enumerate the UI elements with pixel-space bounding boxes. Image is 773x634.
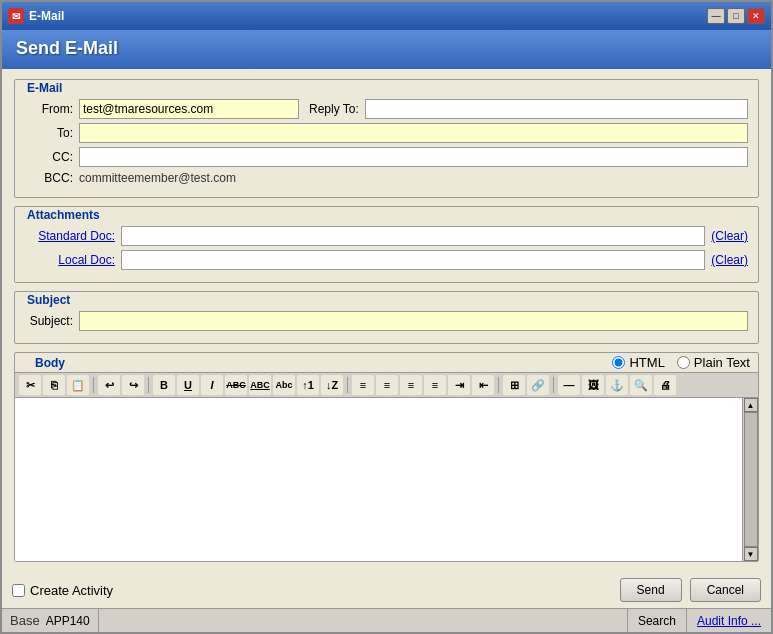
email-group-content: From: Reply To: To: CC: xyxy=(15,95,758,197)
create-activity-label: Create Activity xyxy=(30,583,113,598)
close-button[interactable]: ✕ xyxy=(747,8,765,24)
header-bar: Send E-Mail xyxy=(2,30,771,69)
cc-input[interactable] xyxy=(79,147,748,167)
paste-button[interactable]: 📋 xyxy=(67,375,89,395)
sort-desc-button[interactable]: ↓Z xyxy=(321,375,343,395)
content-area: E-Mail From: Reply To: To: xyxy=(2,69,771,572)
window-title: E-Mail xyxy=(29,9,707,23)
title-bar: ✉ E-Mail — □ ✕ xyxy=(2,2,771,30)
editor-toolbar: ✂ ⎘ 📋 ↩ ↪ B U I ABC ABC Abc ↑1 ↓Z ≡ ≡ ≡ … xyxy=(15,372,758,398)
minimize-button[interactable]: — xyxy=(707,8,725,24)
plain-text-radio[interactable] xyxy=(677,356,690,369)
redo-button[interactable]: ↪ xyxy=(122,375,144,395)
from-input[interactable] xyxy=(79,99,299,119)
body-group: Body HTML Plain Text ✂ ⎘ 📋 xyxy=(14,352,759,562)
indent-button[interactable]: ⇥ xyxy=(448,375,470,395)
standard-clear-link[interactable]: (Clear) xyxy=(711,229,748,243)
status-base-section: Base APP140 xyxy=(2,609,99,632)
html-option: HTML xyxy=(612,355,664,370)
window-icon: ✉ xyxy=(8,8,24,24)
send-button[interactable]: Send xyxy=(620,578,682,602)
local-clear-link[interactable]: (Clear) xyxy=(711,253,748,267)
standard-doc-link[interactable]: Standard Doc: xyxy=(25,229,115,243)
outdent-button[interactable]: ⇤ xyxy=(472,375,494,395)
align-right-button[interactable]: ≡ xyxy=(400,375,422,395)
create-activity-group: Create Activity xyxy=(12,583,113,598)
base-label: Base xyxy=(10,613,40,628)
reply-to-input[interactable] xyxy=(365,99,748,119)
to-input[interactable] xyxy=(79,123,748,143)
sort-asc-button[interactable]: ↑1 xyxy=(297,375,319,395)
align-left-button[interactable]: ≡ xyxy=(352,375,374,395)
bcc-value: committeemember@test.com xyxy=(79,171,236,185)
anchor-button[interactable]: ⚓ xyxy=(606,375,628,395)
strikethrough-button[interactable]: ABC xyxy=(225,375,247,395)
print-button[interactable]: 🖨 xyxy=(654,375,676,395)
html-radio[interactable] xyxy=(612,356,625,369)
attachments-group: Attachments Standard Doc: (Clear) Local … xyxy=(14,206,759,283)
subject-group-title: Subject xyxy=(23,293,74,307)
editor-container xyxy=(15,398,742,561)
local-doc-row: Local Doc: (Clear) xyxy=(25,250,748,270)
bold-button[interactable]: B xyxy=(153,375,175,395)
subject-row: Subject: xyxy=(25,311,748,331)
audit-info-link[interactable]: Audit Info ... xyxy=(686,609,771,632)
sep1 xyxy=(93,377,94,393)
from-row: From: Reply To: xyxy=(25,99,748,119)
align-justify-button[interactable]: ≡ xyxy=(424,375,446,395)
window-controls: — □ ✕ xyxy=(707,8,765,24)
local-doc-input[interactable] xyxy=(121,250,705,270)
underline-button[interactable]: U xyxy=(177,375,199,395)
scroll-up-button[interactable]: ▲ xyxy=(744,398,758,412)
align-center-button[interactable]: ≡ xyxy=(376,375,398,395)
standard-doc-input[interactable] xyxy=(121,226,705,246)
sep4 xyxy=(498,377,499,393)
find-button[interactable]: 🔍 xyxy=(630,375,652,395)
status-bar: Base APP140 Search Audit Info ... xyxy=(2,608,771,632)
base-value: APP140 xyxy=(46,614,90,628)
subject-group-content: Subject: xyxy=(15,307,758,343)
copy-button[interactable]: ⎘ xyxy=(43,375,65,395)
subject-input[interactable] xyxy=(79,311,748,331)
cut-button[interactable]: ✂ xyxy=(19,375,41,395)
to-label: To: xyxy=(25,126,73,140)
image-button[interactable]: 🖼 xyxy=(582,375,604,395)
sep5 xyxy=(553,377,554,393)
sep3 xyxy=(347,377,348,393)
main-window: ✉ E-Mail — □ ✕ Send E-Mail E-Mail From: … xyxy=(0,0,773,634)
attachments-group-title: Attachments xyxy=(23,208,104,222)
from-label: From: xyxy=(25,102,73,116)
local-doc-link[interactable]: Local Doc: xyxy=(25,253,115,267)
italic-button[interactable]: I xyxy=(201,375,223,395)
link-button[interactable]: 🔗 xyxy=(527,375,549,395)
body-header: Body HTML Plain Text xyxy=(15,353,758,372)
scroll-bar: ▲ ▼ xyxy=(742,398,758,561)
scroll-thumb[interactable] xyxy=(744,412,758,547)
create-activity-checkbox[interactable] xyxy=(12,584,25,597)
hrule-button[interactable]: — xyxy=(558,375,580,395)
small-text-button[interactable]: Abc xyxy=(273,375,295,395)
table-button[interactable]: ⊞ xyxy=(503,375,525,395)
radio-group: HTML Plain Text xyxy=(612,355,750,370)
page-title: Send E-Mail xyxy=(16,38,757,59)
bcc-row: BCC: committeemember@test.com xyxy=(25,171,748,185)
plain-text-label: Plain Text xyxy=(694,355,750,370)
cc-label: CC: xyxy=(25,150,73,164)
to-row: To: xyxy=(25,123,748,143)
email-group: E-Mail From: Reply To: To: xyxy=(14,79,759,198)
scroll-down-button[interactable]: ▼ xyxy=(744,547,758,561)
reply-to-label: Reply To: xyxy=(309,102,359,116)
undo-button[interactable]: ↩ xyxy=(98,375,120,395)
underline2-button[interactable]: ABC xyxy=(249,375,271,395)
cancel-button[interactable]: Cancel xyxy=(690,578,761,602)
body-editor[interactable] xyxy=(15,398,742,528)
maximize-button[interactable]: □ xyxy=(727,8,745,24)
html-label: HTML xyxy=(629,355,664,370)
email-group-title: E-Mail xyxy=(23,81,66,95)
bcc-label: BCC: xyxy=(25,171,73,185)
bottom-row: Create Activity Send Cancel xyxy=(2,572,771,608)
reply-to-group: Reply To: xyxy=(309,99,748,119)
standard-doc-row: Standard Doc: (Clear) xyxy=(25,226,748,246)
cc-row: CC: xyxy=(25,147,748,167)
search-button[interactable]: Search xyxy=(627,609,686,632)
